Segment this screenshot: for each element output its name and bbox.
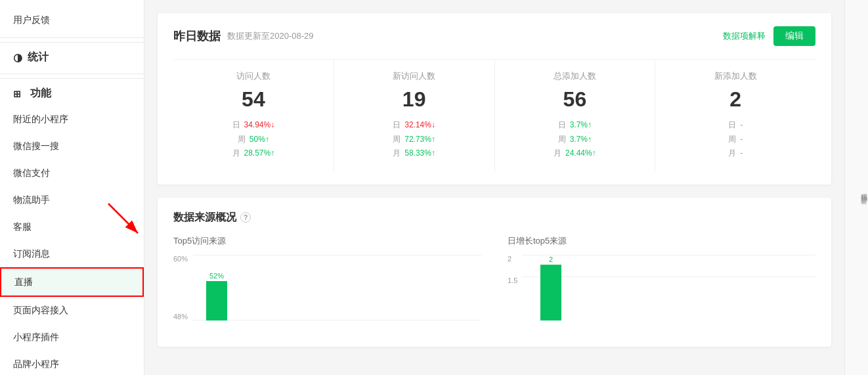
source-charts: Top5访问来源 60% 48% 52%: [173, 235, 815, 334]
metric-change-newvisits-day: 日 32.14%↓: [347, 118, 481, 133]
metric-change-visits-month: 月 28.57%↑: [186, 146, 320, 161]
metric-change-newvisits-week: 周 72.73%↑: [347, 133, 481, 147]
stats-title: 昨日数据: [173, 28, 221, 44]
stats-header-left: 昨日数据 数据更新至2020-08-29: [173, 28, 314, 44]
metric-change-newadd-day: 日 -: [668, 118, 802, 133]
stats-header-right: 数据项解释 编辑: [723, 26, 815, 46]
sidebar-item-pay[interactable]: 微信支付: [0, 160, 144, 187]
sidebar-item-search[interactable]: 微信搜一搜: [0, 133, 144, 160]
sidebar: 用户反馈 ◑ 统计 ⊞ 功能 附近的小程序 微信搜一搜 微信支付 物流助手 客服…: [0, 0, 144, 375]
stats-header: 昨日数据 数据更新至2020-08-29 数据项解释 编辑: [173, 26, 815, 46]
metric-label-new-add: 新添加人数: [668, 70, 802, 82]
divider2: [0, 74, 144, 74]
chart1-area: 60% 48% 52%: [173, 255, 481, 334]
main-content: 昨日数据 数据更新至2020-08-29 数据项解释 编辑 访问人数 54 日 …: [144, 0, 844, 375]
sidebar-section-stats: ◑ 统计: [0, 42, 144, 70]
metric-value-new-add: 2: [668, 87, 802, 112]
data-source-card: 数据来源概况 ? Top5访问来源 60% 48% 52%: [158, 198, 831, 347]
chart2-label: 日增长top5来源: [508, 235, 815, 247]
sidebar-section-func: ⊞ 功能: [0, 78, 144, 106]
func-icon: ⊞: [13, 89, 21, 99]
divider: [0, 37, 144, 38]
source-title: 数据来源概况 ?: [173, 211, 815, 225]
metric-value-total-add: 56: [508, 87, 642, 112]
chart2-bar: [540, 265, 561, 320]
yesterday-stats-card: 昨日数据 数据更新至2020-08-29 数据项解释 编辑 访问人数 54 日 …: [158, 13, 831, 185]
sidebar-item-user-feedback[interactable]: 用户反馈: [0, 7, 144, 33]
metric-label-visits: 访问人数: [186, 70, 320, 82]
edit-button[interactable]: 编辑: [773, 26, 815, 46]
sidebar-item-subscribe[interactable]: 订阅消息: [0, 240, 144, 267]
metric-change-totaladd-month: 月 24.44%↑: [508, 146, 642, 161]
metric-new-visits: 新访问人数 19 日 32.14%↓ 周 72.73%↑ 月 58.33%↑: [334, 60, 495, 171]
chart2-y-top: 2: [508, 255, 511, 263]
metric-label-new-visits: 新访问人数: [347, 70, 481, 82]
metric-change-newvisits-month: 月 58.33%↑: [347, 146, 481, 161]
stats-subtitle: 数据更新至2020-08-29: [227, 30, 314, 42]
metric-change-totaladd-day: 日 3.7%↑: [508, 118, 642, 133]
sidebar-item-logistics[interactable]: 物流助手: [0, 187, 144, 213]
metric-change-visits-day: 日 34.94%↓: [186, 118, 320, 133]
metric-visits: 访问人数 54 日 34.94%↓ 周 50%↑ 月 28.57%↑: [173, 60, 334, 171]
metric-value-visits: 54: [186, 87, 320, 112]
metric-total-add: 总添加人数 56 日 3.7%↑ 周 3.7%↑ 月 24.44%↑: [495, 60, 656, 171]
metrics-row: 访问人数 54 日 34.94%↓ 周 50%↑ 月 28.57%↑: [173, 59, 815, 171]
chart2-area: 2 1.5 2: [508, 255, 815, 334]
metric-change-newadd-month: 月 -: [668, 146, 802, 161]
sidebar-item-plugin[interactable]: 小程序插件: [0, 324, 144, 351]
right-panel: 小程序码 用户 量: [844, 0, 868, 375]
metric-change-totaladd-week: 周 3.7%↑: [508, 133, 642, 147]
chart1-label: Top5访问来源: [173, 235, 481, 247]
metric-value-new-visits: 19: [347, 87, 481, 112]
chart2-y-mid: 1.5: [508, 276, 517, 284]
sidebar-item-service[interactable]: 客服: [0, 213, 144, 240]
stats-icon: ◑: [13, 51, 22, 64]
chart-top5-visits: Top5访问来源 60% 48% 52%: [173, 235, 481, 334]
chart1-bar-label: 52%: [209, 272, 224, 280]
chart1-y-bot: 48%: [173, 313, 188, 320]
metric-change-visits-week: 周 50%↑: [186, 133, 320, 147]
explain-button[interactable]: 数据项解释: [723, 30, 766, 42]
metric-new-add: 新添加人数 2 日 - 周 - 月 -: [655, 60, 815, 171]
right-panel-text: 小程序码 用户 量: [859, 189, 868, 193]
sidebar-item-page-content[interactable]: 页面内容接入: [0, 297, 144, 324]
tooltip-icon[interactable]: ?: [240, 212, 251, 223]
chart2-bar-label: 2: [549, 255, 553, 263]
chart-daily-top5: 日增长top5来源 2 1.5 2: [508, 235, 815, 334]
chart1-y-top: 60%: [173, 255, 188, 263]
metric-label-total-add: 总添加人数: [508, 70, 642, 82]
sidebar-item-brand[interactable]: 品牌小程序: [0, 351, 144, 375]
sidebar-item-nearby[interactable]: 附近的小程序: [0, 106, 144, 133]
sidebar-item-live[interactable]: 直播: [0, 267, 144, 297]
metric-change-newadd-week: 周 -: [668, 133, 802, 147]
chart1-bar: [206, 281, 227, 320]
